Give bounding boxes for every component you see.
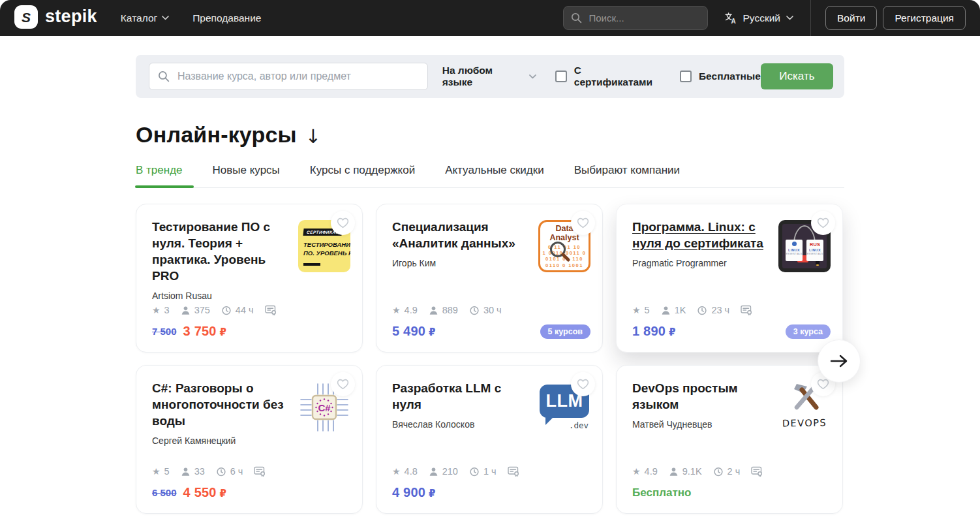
course-card-llm[interactable]: Разработка LLM с нуля Вячеслав Колосков …: [376, 365, 603, 514]
price-row: 6 500 4 550₽: [152, 484, 350, 501]
chevron-down-icon: [786, 16, 793, 20]
course-title[interactable]: Разработка LLM с нуля: [392, 380, 529, 413]
nav-teaching-label: Преподавание: [192, 12, 261, 24]
clock-icon: [216, 466, 226, 477]
price-row: Бесплатно: [632, 484, 831, 501]
course-price: 1 890₽: [632, 324, 676, 339]
course-author: Вячеслав Колосков: [392, 419, 529, 430]
clock-icon: [469, 466, 480, 477]
course-stats: ★4.9 9.1K 2 ч: [632, 466, 831, 477]
nav-search-input[interactable]: [588, 12, 700, 24]
course-stats: ★3 375 44 ч: [152, 305, 350, 315]
certificate-icon: [751, 466, 763, 477]
free-filter[interactable]: Бесплатные: [680, 71, 761, 82]
course-stats: ★5 1K 23 ч: [632, 305, 831, 315]
star-icon: ★: [392, 305, 401, 315]
tab-supported-courses[interactable]: Курсы с поддержкой: [310, 164, 415, 187]
clock-icon: [221, 305, 232, 315]
heart-icon: [817, 217, 829, 229]
course-stats: ★4.8 210 1 ч: [392, 466, 590, 477]
course-card-data-analyst[interactable]: Специализация «Аналитик данных» Игорь Ки…: [376, 204, 603, 353]
page-title: Онлайн-курсы ↓: [136, 122, 844, 148]
students-icon: [181, 467, 191, 477]
favorite-button[interactable]: [331, 372, 355, 396]
tab-trending[interactable]: В тренде: [136, 164, 183, 187]
certificates-checkbox[interactable]: [555, 71, 567, 82]
students-icon: [429, 467, 438, 477]
students-icon: [661, 306, 671, 315]
course-price: 4 900₽: [392, 485, 436, 500]
free-checkbox[interactable]: [680, 71, 692, 82]
magnifier-icon: [549, 240, 571, 262]
tab-discounts[interactable]: Актуальные скидки: [445, 164, 544, 187]
free-label: Бесплатные: [699, 71, 761, 82]
heart-icon: [817, 379, 829, 390]
nav-catalog[interactable]: Каталог: [121, 12, 169, 24]
favorite-button[interactable]: [811, 211, 835, 235]
course-card-linux[interactable]: Программа. Linux: с нуля до сертификата …: [616, 204, 843, 353]
search-courses-button[interactable]: Искать: [761, 63, 833, 89]
translate-icon: A: [724, 11, 737, 25]
language-filter-dropdown[interactable]: На любом языке: [442, 65, 536, 88]
chevron-down-icon: [162, 16, 169, 20]
language-selector[interactable]: A Русский: [724, 11, 794, 25]
nav-catalog-label: Каталог: [121, 12, 157, 24]
star-icon: ★: [152, 305, 161, 315]
clock-icon: [469, 305, 480, 315]
certificates-label: С сертификатами: [574, 65, 661, 88]
divider: [810, 0, 811, 36]
scroll-down-arrow[interactable]: ↓: [305, 125, 322, 148]
students-icon: [669, 467, 679, 477]
stepik-logo[interactable]: S stepik: [14, 5, 97, 31]
svg-text:C#: C#: [318, 402, 331, 413]
course-price: 5 490₽: [392, 324, 436, 339]
course-title[interactable]: Программа. Linux: с нуля до сертификата: [632, 219, 769, 251]
course-search-field[interactable]: [149, 63, 428, 90]
heart-icon: [337, 217, 349, 229]
old-price: 6 500: [152, 487, 177, 498]
star-icon: ★: [392, 466, 401, 477]
course-tabs: В тренде Новые курсы Курсы с поддержкой …: [136, 164, 844, 188]
courses-count-badge: 5 курсов: [540, 324, 590, 339]
free-price-label: Бесплатно: [632, 486, 691, 499]
certificate-icon: [508, 466, 520, 477]
search-icon: [158, 71, 170, 82]
tab-companies[interactable]: Выбирают компании: [574, 164, 680, 187]
rus-linux-tag: RUS LINUX ESSENTIALS: [806, 240, 823, 261]
certificate-icon: [254, 466, 266, 477]
clock-icon: [697, 305, 707, 315]
course-search-input[interactable]: [176, 70, 419, 83]
top-navbar: S stepik Каталог Преподавание A: [0, 0, 980, 36]
course-card-devops[interactable]: DevOps простым языком Матвей Чудневцев D…: [616, 365, 843, 514]
certificates-filter[interactable]: С сертификатами: [555, 65, 661, 88]
price-row: 5 490₽ 5 курсов: [392, 323, 590, 340]
course-title[interactable]: C#: Разговоры о многопо­точности без вод…: [152, 380, 289, 429]
svg-text:S: S: [22, 10, 31, 25]
price-row: 1 890₽ 3 курса: [632, 323, 831, 340]
nav-teaching[interactable]: Преподавание: [192, 12, 261, 24]
login-button[interactable]: Войти: [825, 6, 877, 30]
star-icon: ★: [632, 466, 641, 477]
courses-count-badge: 3 курса: [786, 324, 831, 339]
course-price: 4 550₽: [183, 485, 227, 500]
price-row: 4 900₽: [392, 484, 590, 501]
clock-icon: [713, 466, 724, 477]
favorite-button[interactable]: [571, 372, 595, 396]
tab-new-courses[interactable]: Новые курсы: [213, 164, 280, 187]
course-grid: Тестирование ПО с нуля. Теория + практик…: [136, 204, 844, 514]
old-price: 7 500: [152, 326, 177, 337]
course-card-testing-pro[interactable]: Тестирование ПО с нуля. Теория + практик…: [136, 204, 363, 353]
course-title[interactable]: Специализация «Аналитик данных»: [392, 219, 529, 251]
heart-icon: [577, 217, 589, 229]
course-title[interactable]: Тестирование ПО с нуля. Теория + практик…: [152, 219, 289, 284]
nav-search[interactable]: [563, 6, 708, 30]
favorite-button[interactable]: [331, 211, 355, 235]
course-author: Сергей Камянецкий: [152, 435, 289, 446]
course-card-csharp[interactable]: C#: Разговоры о многопо­точности без вод…: [136, 365, 363, 514]
svg-text:A: A: [731, 18, 735, 25]
favorite-button[interactable]: [571, 211, 595, 235]
course-title[interactable]: DevOps простым языком: [632, 380, 769, 413]
register-button[interactable]: Регистрация: [883, 6, 966, 30]
carousel-next-button[interactable]: [818, 339, 861, 383]
course-author: Pragmatic Programmer: [632, 258, 769, 268]
